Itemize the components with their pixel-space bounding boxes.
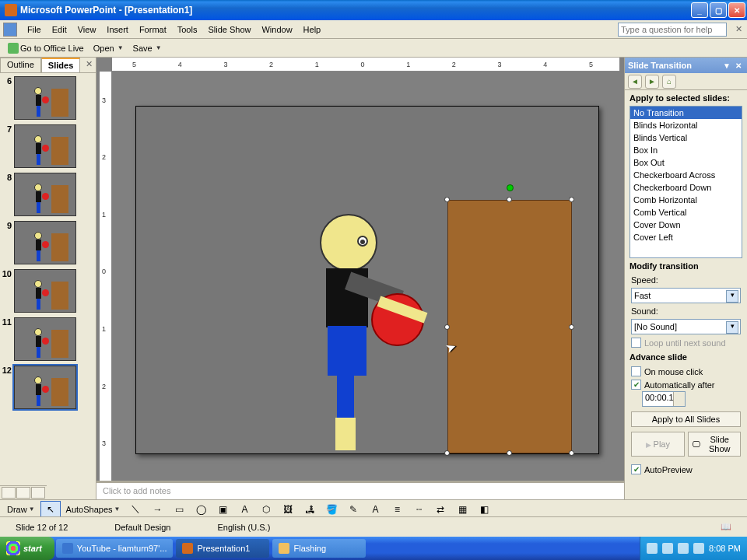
menu-insert[interactable]: Insert <box>101 23 134 37</box>
transition-item[interactable]: Blinds Vertical <box>630 131 742 144</box>
sound-combo[interactable]: [No Sound] <box>631 319 741 334</box>
shape-head[interactable] <box>320 214 377 271</box>
autoshapes-button[interactable]: AutoShapes▼ <box>62 502 124 516</box>
transition-item[interactable]: Cover Down <box>630 219 742 231</box>
tab-slides[interactable]: Slides <box>41 58 80 72</box>
clipart-button[interactable]: 🖼 <box>278 501 298 518</box>
help-search-input[interactable] <box>618 23 727 37</box>
taskbar-item[interactable]: Presentation1 <box>176 539 269 558</box>
taskpane-close-button[interactable]: ✕ <box>733 61 744 70</box>
menu-tools[interactable]: Tools <box>172 23 203 37</box>
taskpane-menu-button[interactable]: ▼ <box>721 61 733 70</box>
onclick-checkbox[interactable] <box>631 366 641 376</box>
office-live-button[interactable]: Go to Office Live <box>3 40 89 56</box>
autopreview-checkbox[interactable]: ✔ <box>631 464 641 474</box>
transition-item[interactable]: Box In <box>630 144 742 156</box>
close-button[interactable]: ✕ <box>728 2 745 18</box>
thumbnail-item[interactable]: 9 <box>2 221 94 264</box>
play-button[interactable]: Play <box>631 432 685 457</box>
sorter-view-button[interactable] <box>16 487 30 499</box>
line-tool-button[interactable]: ＼ <box>125 501 146 518</box>
transition-item[interactable]: Checkerboard Across <box>630 169 742 181</box>
fontcolor-button[interactable]: A <box>365 501 385 518</box>
selection-handle[interactable] <box>507 450 512 456</box>
diagram-button[interactable]: ⬡ <box>256 501 276 518</box>
transition-item[interactable]: Blinds Horizontal <box>630 119 742 131</box>
doc-close-button[interactable]: ✕ <box>733 24 744 34</box>
menu-slideshow[interactable]: Slide Show <box>202 23 256 37</box>
autoafter-spinner[interactable]: 00:00.1 <box>642 391 686 407</box>
selection-handle[interactable] <box>569 324 574 330</box>
transition-item[interactable]: Comb Horizontal <box>630 194 742 206</box>
tray-icon[interactable] <box>693 543 704 554</box>
thumbnail-list[interactable]: 6 7 8 9 10 11 12 <box>0 73 96 499</box>
menu-edit[interactable]: Edit <box>47 23 72 37</box>
slideshow-button[interactable]: 🖵 Slide Show <box>688 432 742 457</box>
arrow-tool-button[interactable]: → <box>147 501 167 518</box>
textbox-tool-button[interactable]: ▣ <box>212 501 233 518</box>
tab-outline[interactable]: Outline <box>0 58 41 72</box>
menu-format[interactable]: Format <box>134 23 172 37</box>
tray-icon[interactable] <box>678 543 689 554</box>
taskbar-item[interactable]: Flashing <box>272 539 366 558</box>
transition-item[interactable]: Cover Left <box>630 231 742 243</box>
shape-door-selected[interactable] <box>447 200 572 453</box>
wordart-button[interactable]: А <box>234 501 254 518</box>
draw-menu-button[interactable]: Draw▼ <box>3 502 39 516</box>
spellcheck-icon[interactable]: 📖 <box>721 522 731 531</box>
linestyle-button[interactable]: ≡ <box>387 501 407 518</box>
shape-pants[interactable] <box>328 326 366 376</box>
oval-tool-button[interactable]: ◯ <box>191 501 211 518</box>
selection-handle[interactable] <box>507 197 512 202</box>
3d-button[interactable]: ◧ <box>474 501 494 518</box>
maximize-button[interactable]: ▢ <box>710 2 727 18</box>
normal-view-button[interactable] <box>2 487 16 499</box>
rotation-handle[interactable] <box>507 184 514 191</box>
selection-handle[interactable] <box>444 450 450 456</box>
thumbnail-item[interactable]: 11 <box>2 317 94 361</box>
nav-forward-button[interactable]: ► <box>645 75 659 89</box>
selection-handle[interactable] <box>569 450 574 456</box>
notes-pane[interactable]: Click to add notes <box>96 481 624 499</box>
linecolor-button[interactable]: ✎ <box>343 501 363 518</box>
selection-handle[interactable] <box>569 197 574 202</box>
fillcolor-button[interactable]: 🪣 <box>321 501 342 518</box>
picture-button[interactable]: 🏞 <box>300 501 320 518</box>
thumbnail-item[interactable]: 6 <box>2 76 94 120</box>
transition-item[interactable]: Box Out <box>630 156 742 169</box>
nav-home-button[interactable]: ⌂ <box>662 75 676 89</box>
menu-help[interactable]: Help <box>298 23 327 37</box>
thumbnail-item[interactable]: 7 <box>2 124 94 168</box>
save-button[interactable]: Save▼ <box>128 41 167 55</box>
selection-handle[interactable] <box>444 324 450 330</box>
thumbnail-item[interactable]: 10 <box>2 269 94 313</box>
slide-canvas[interactable]: ➤ <box>135 106 599 454</box>
thumbnail-item[interactable]: 12 <box>2 366 94 409</box>
minimize-button[interactable]: _ <box>691 2 708 18</box>
taskbar-item[interactable]: YouTube - liamturn97'... <box>56 539 174 558</box>
clock[interactable]: 8:08 PM <box>709 544 741 553</box>
nav-back-button[interactable]: ◄ <box>628 75 642 89</box>
system-menu-icon[interactable] <box>3 23 17 37</box>
transition-item[interactable]: Comb Vertical <box>630 206 742 219</box>
menu-window[interactable]: Window <box>256 23 297 37</box>
arrowstyle-button[interactable]: ⇄ <box>430 501 451 518</box>
menu-file[interactable]: File <box>22 23 47 37</box>
select-tool-button[interactable]: ↖ <box>40 501 61 518</box>
speed-combo[interactable]: Fast <box>631 288 741 303</box>
transition-list[interactable]: No Transition Blinds Horizontal Blinds V… <box>630 106 742 258</box>
shape-leg[interactable] <box>337 376 354 419</box>
tray-icon[interactable] <box>662 543 673 554</box>
transition-item[interactable]: Checkerboard Down <box>630 181 742 194</box>
apply-all-button[interactable]: Apply to All Slides <box>631 411 741 427</box>
start-button[interactable]: start <box>0 537 54 560</box>
thumbnail-item[interactable]: 8 <box>2 173 94 216</box>
dashstyle-button[interactable]: ┄ <box>409 501 429 518</box>
shape-foot[interactable] <box>335 418 356 450</box>
tray-icon[interactable] <box>647 543 658 554</box>
pane-close-button[interactable]: ✕ <box>82 58 96 72</box>
open-button[interactable]: Open▼ <box>89 41 128 55</box>
rectangle-tool-button[interactable]: ▭ <box>169 501 189 518</box>
autoafter-checkbox[interactable]: ✔ <box>631 380 641 390</box>
shadow-button[interactable]: ▦ <box>452 501 472 518</box>
